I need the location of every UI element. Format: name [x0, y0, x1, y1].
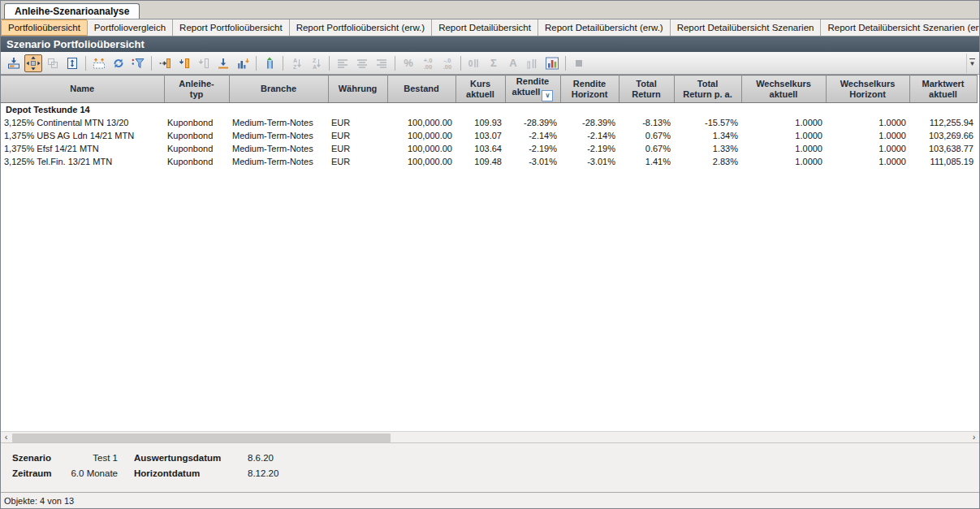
- histogram-column-icon: [235, 56, 250, 71]
- toolbar-separator: [395, 56, 395, 71]
- subtab-5[interactable]: Report Detailübersicht (erw.): [538, 19, 671, 36]
- striped-column-button[interactable]: [261, 54, 278, 72]
- column-header-3[interactable]: Währung: [328, 75, 387, 103]
- cell: 103,638.77: [909, 142, 977, 155]
- fit-window-icon: [26, 56, 41, 71]
- cell: Kuponbond: [164, 142, 229, 155]
- zoom-selection-icon: [45, 56, 60, 71]
- cell: -28.39%: [505, 116, 560, 129]
- horizontal-scrollbar[interactable]: ‹ ›: [1, 431, 979, 442]
- cell: 103,269.66: [909, 129, 977, 142]
- summary-value: Test 1: [69, 453, 118, 468]
- cell: 100,000.00: [387, 116, 455, 129]
- save-layout-button[interactable]: [5, 54, 23, 72]
- sort-column-button[interactable]: [214, 54, 232, 72]
- sum-icon: Σ: [486, 56, 501, 71]
- depot-group-label: Depot Testkunde 14: [1, 103, 977, 116]
- cell: 1.41%: [619, 155, 674, 168]
- chart-icon: [545, 56, 559, 71]
- column-header-7[interactable]: RenditeHorizont: [560, 75, 619, 103]
- subtab-3[interactable]: Report Portfolioübersicht (erw.): [290, 19, 433, 36]
- insert-column-alt-icon: [196, 56, 211, 71]
- svg-text:.00: .00: [424, 63, 432, 71]
- subtab-1[interactable]: Portfoliovergleich: [88, 19, 173, 36]
- cell: Medium-Term-Notes: [229, 129, 328, 142]
- filter-button[interactable]: [129, 54, 147, 72]
- table-row[interactable]: 3,125% Continental MTN 13/20KuponbondMed…: [1, 116, 977, 129]
- table-row[interactable]: 1,375% Efsf 14/21 MTNKuponbondMedium-Ter…: [1, 142, 977, 155]
- cell: 1.0000: [826, 142, 909, 155]
- toolbar-overflow-button[interactable]: ▼: [966, 54, 978, 73]
- column-header-10[interactable]: Wechselkursaktuell: [741, 75, 826, 103]
- scroll-left-icon[interactable]: ‹: [1, 432, 11, 442]
- column-header-1[interactable]: Anleihe-typ: [164, 75, 229, 103]
- summary-label: Zeitraum: [12, 468, 69, 484]
- sort-dropdown-icon[interactable]: ∨: [542, 90, 553, 101]
- scrollbar-thumb[interactable]: [12, 434, 391, 442]
- cell: EUR: [328, 142, 387, 155]
- column-header-6[interactable]: Renditeaktuell∨: [505, 75, 560, 103]
- column-stats-button: [524, 54, 542, 72]
- sort-az-icon: AZ: [289, 56, 304, 71]
- insert-column-right-icon: [158, 56, 172, 71]
- app-window: Anleihe-Szenarioanalyse Portfolioübersic…: [0, 0, 980, 509]
- scroll-right-icon[interactable]: ›: [969, 432, 979, 442]
- cell: 2.83%: [674, 155, 741, 168]
- subtab-7[interactable]: Report Detailübersicht Szenarien (erw.): [821, 19, 980, 36]
- column-header-11[interactable]: WechselkursHorizont: [826, 75, 909, 103]
- column-header-12[interactable]: Marktwertaktuell: [909, 75, 977, 103]
- fit-height-button[interactable]: [63, 54, 81, 72]
- cell: Medium-Term-Notes: [229, 142, 328, 155]
- cell: 1.0000: [826, 116, 909, 129]
- subtab-4[interactable]: Report Detailübersicht: [432, 19, 538, 36]
- tab-anleihe-szenarioanalyse[interactable]: Anleihe-Szenarioanalyse: [4, 3, 140, 19]
- table-row[interactable]: 1,375% UBS AG Ldn 14/21 MTNKuponbondMedi…: [1, 129, 977, 142]
- align-left-icon: [335, 56, 350, 71]
- align-right-button: [373, 54, 391, 72]
- font-button: A: [504, 54, 522, 72]
- subtab-2[interactable]: Report Portfolioübersicht: [173, 19, 290, 36]
- cell: -2.19%: [505, 142, 560, 155]
- cell: Kuponbond: [164, 129, 229, 142]
- subtab-6[interactable]: Report Detailübersicht Szenarien: [671, 19, 822, 36]
- zero-format-button: 0: [465, 54, 483, 72]
- histogram-column-button[interactable]: [234, 54, 252, 72]
- cell: Medium-Term-Notes: [229, 116, 328, 129]
- align-right-icon: [374, 56, 389, 71]
- portfolio-table: NameAnleihe-typBrancheWährungBestandKurs…: [1, 75, 978, 168]
- insert-column-down-icon: [177, 56, 192, 71]
- cell: 112,255.94: [909, 116, 977, 129]
- chart-button[interactable]: [543, 54, 561, 72]
- refresh-button[interactable]: [110, 54, 127, 72]
- depot-group-row[interactable]: Depot Testkunde 14: [1, 103, 977, 116]
- refresh-icon: [111, 56, 126, 71]
- stop-button: [570, 54, 588, 72]
- column-header-2[interactable]: Branche: [229, 75, 328, 103]
- fit-window-button[interactable]: [24, 54, 42, 72]
- toolbar-separator: [256, 56, 257, 71]
- insert-column-right-button[interactable]: [156, 54, 174, 72]
- sort-az-button: AZ: [287, 54, 305, 72]
- align-center-button: [353, 54, 371, 72]
- font-icon: A: [506, 56, 520, 71]
- sum-button: Σ: [485, 54, 503, 72]
- filter-icon: [131, 56, 145, 71]
- cell: 1.0000: [741, 155, 826, 168]
- toolbar-separator: [85, 56, 86, 71]
- save-layout-icon: [6, 56, 21, 71]
- table-row[interactable]: 3,125% Tel.Fin. 13/21 MTNKuponbondMedium…: [1, 155, 977, 168]
- svg-text:Z: Z: [293, 64, 297, 70]
- scenario-summary-grid: SzenarioTest 1Auswertungsdatum8.6.20Zeit…: [12, 453, 979, 484]
- column-header-9[interactable]: TotalReturn p. a.: [674, 75, 741, 103]
- summary-value: 6.0 Monate: [69, 468, 118, 484]
- insert-column-down-button[interactable]: [175, 54, 193, 72]
- cell: 109.93: [455, 116, 505, 129]
- column-header-8[interactable]: TotalReturn: [619, 75, 674, 103]
- column-header-0[interactable]: Name: [1, 75, 164, 103]
- subtab-0[interactable]: Portfolioübersicht: [1, 19, 88, 36]
- column-header-4[interactable]: Bestand: [387, 75, 455, 103]
- expand-columns-button[interactable]: [90, 54, 108, 72]
- column-header-5[interactable]: Kursaktuell: [455, 75, 505, 103]
- percent-format-button: %: [399, 54, 417, 72]
- cell: 103.64: [455, 142, 505, 155]
